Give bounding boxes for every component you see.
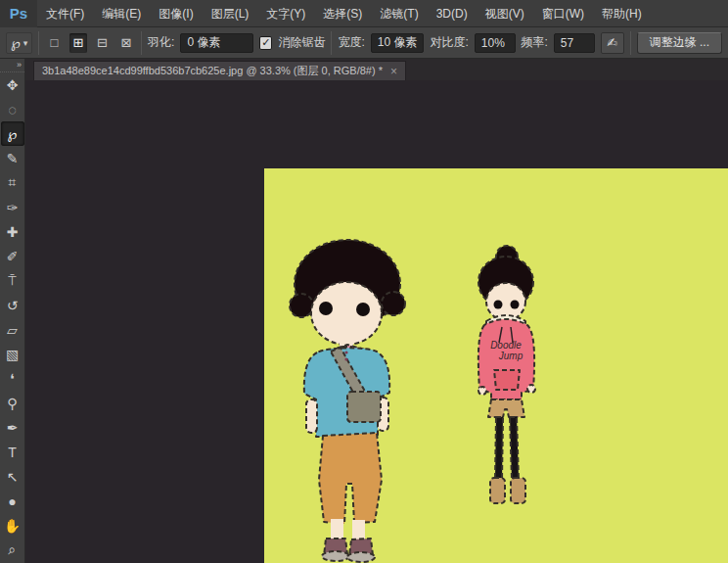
boy-figure — [287, 235, 409, 563]
tool-crop[interactable]: ⌗ — [1, 170, 24, 195]
frequency-input[interactable]: 57 — [554, 33, 595, 53]
menu-item-edit[interactable]: 编辑(E) — [93, 0, 150, 27]
workspace: » ✥ ◌ ℘ ✎ ⌗ ✑ ✚ ✐ ⍑ ↺ ▱ ▧ ❛ ⚲ ✒ T ↖ ● ✋ … — [0, 59, 728, 563]
subtract-from-selection-button[interactable]: ⊟ — [93, 33, 111, 53]
tool-type[interactable]: T — [1, 440, 24, 464]
tool-eyedropper[interactable]: ✑ — [1, 195, 24, 219]
tools-panel: » ✥ ◌ ℘ ✎ ⌗ ✑ ✚ ✐ ⍑ ↺ ▱ ▧ ❛ ⚲ ✒ T ↖ ● ✋ … — [0, 59, 25, 563]
contrast-label: 对比度: — [430, 34, 468, 51]
new-selection-button[interactable]: □ — [45, 33, 63, 53]
anti-alias-label: 消除锯齿 — [278, 34, 325, 51]
close-icon[interactable]: × — [390, 66, 397, 77]
crop-icon: ⌗ — [9, 174, 17, 191]
eyedropper-icon: ✑ — [7, 200, 19, 215]
width-input[interactable]: 10 像素 — [371, 33, 425, 53]
anti-alias-checkbox[interactable]: ✓ — [259, 36, 272, 50]
path-selection-icon: ↖ — [7, 469, 19, 485]
dodge-icon: ⚲ — [7, 396, 17, 411]
divider — [38, 31, 39, 55]
history-brush-icon: ↺ — [7, 298, 19, 313]
hoodie-text-line2: Jump — [498, 351, 523, 361]
tool-spot-healing[interactable]: ✚ — [1, 219, 24, 244]
tool-quick-selection[interactable]: ✎ — [1, 146, 24, 170]
tool-move[interactable]: ✥ — [1, 72, 24, 97]
tool-magnetic-lasso[interactable]: ℘ — [1, 121, 24, 146]
tool-zoom[interactable]: ⌕ — [1, 538, 24, 562]
move-icon: ✥ — [7, 77, 19, 93]
clone-stamp-icon: ⍑ — [8, 272, 16, 289]
girl-figure: Doodle Jump — [470, 243, 548, 517]
pen-icon: ✒ — [7, 420, 19, 436]
subtract-from-selection-icon: ⊟ — [97, 35, 108, 50]
tool-eraser[interactable]: ▱ — [1, 317, 24, 342]
tool-elliptical-marquee[interactable]: ◌ — [1, 97, 24, 121]
photoshop-window: { "menu_bar": { "logo": "Ps", "items": [… — [0, 0, 728, 563]
gradient-icon: ▧ — [6, 347, 19, 362]
divider — [630, 31, 631, 55]
menu-item-file[interactable]: 文件(F) — [37, 0, 93, 27]
divider — [141, 31, 142, 55]
menu-item-image[interactable]: 图像(I) — [150, 0, 202, 27]
healing-brush-icon: ✚ — [7, 224, 19, 240]
zoom-icon: ⌕ — [9, 541, 17, 558]
eraser-icon: ▱ — [7, 322, 18, 338]
tool-history-brush[interactable]: ↺ — [1, 293, 24, 317]
tool-hand[interactable]: ✋ — [1, 513, 24, 538]
contrast-input[interactable]: 10% — [475, 33, 516, 53]
add-to-selection-icon: ⊞ — [73, 35, 84, 50]
divider — [331, 31, 332, 55]
brush-icon: ✐ — [7, 249, 19, 264]
tool-preset-picker[interactable]: ℘ ▾ — [6, 32, 32, 54]
pen-pressure-button[interactable]: ✍ — [601, 32, 624, 54]
menu-item-window[interactable]: 窗口(W) — [533, 0, 593, 27]
collapse-panel-button[interactable]: » — [0, 59, 24, 72]
new-selection-icon: □ — [51, 35, 59, 50]
menu-item-type[interactable]: 文字(Y) — [257, 0, 314, 27]
tool-ellipse-shape[interactable]: ● — [1, 489, 24, 513]
menu-item-select[interactable]: 选择(S) — [314, 0, 371, 27]
feather-label: 羽化: — [148, 34, 174, 51]
menu-item-help[interactable]: 帮助(H) — [593, 0, 651, 27]
type-icon: T — [8, 445, 17, 460]
intersect-selection-icon: ⊠ — [120, 35, 131, 50]
intersect-selection-button[interactable]: ⊠ — [117, 33, 135, 53]
tool-brush[interactable]: ✐ — [1, 244, 24, 268]
quick-selection-icon: ✎ — [7, 151, 19, 166]
tool-blur[interactable]: ❛ — [1, 366, 24, 391]
hoodie-text-line1: Doodle — [490, 340, 522, 351]
hand-icon: ✋ — [4, 518, 21, 534]
lasso-icon: ℘ — [8, 126, 18, 142]
width-label: 宽度: — [338, 34, 364, 51]
document-tab[interactable]: 3b1a48e89ce14cd99ffbd536b7cb625e.jpg @ 3… — [33, 61, 406, 80]
tool-clone-stamp[interactable]: ⍑ — [1, 268, 24, 293]
tool-path-selection[interactable]: ↖ — [1, 464, 24, 489]
marquee-icon: ◌ — [8, 102, 16, 117]
tool-dodge[interactable]: ⚲ — [1, 391, 24, 415]
menu-bar: Ps 文件(F) 编辑(E) 图像(I) 图层(L) 文字(Y) 选择(S) 滤… — [0, 0, 728, 27]
menu-item-3d[interactable]: 3D(D) — [428, 0, 477, 27]
feather-input[interactable]: 0 像素 — [180, 33, 253, 53]
magnetic-lasso-icon: ℘ — [11, 35, 21, 51]
blur-drop-icon: ❛ — [10, 371, 15, 387]
refine-edge-button[interactable]: 调整边缘 ... — [637, 32, 722, 54]
shape-icon: ● — [8, 493, 16, 509]
canvas-area[interactable]: Doodle Jump — [25, 80, 728, 563]
add-to-selection-button[interactable]: ⊞ — [69, 33, 87, 53]
document-tab-title: 3b1a48e89ce14cd99ffbd536b7cb625e.jpg @ 3… — [42, 64, 383, 78]
menu-item-filter[interactable]: 滤镜(T) — [371, 0, 427, 27]
tool-pen[interactable]: ✒ — [1, 415, 24, 440]
menu-item-layer[interactable]: 图层(L) — [203, 0, 258, 27]
pen-pressure-icon: ✍ — [607, 35, 617, 50]
photoshop-logo: Ps — [0, 0, 37, 27]
menu-item-view[interactable]: 视图(V) — [477, 0, 533, 27]
frequency-label: 频率: — [522, 34, 548, 51]
document-tab-bar: 3b1a48e89ce14cd99ffbd536b7cb625e.jpg @ 3… — [25, 59, 728, 80]
chevron-down-icon: ▾ — [23, 38, 28, 48]
options-bar: ℘ ▾ □ ⊞ ⊟ ⊠ 羽化: 0 像素 ✓ 消除锯齿 宽度: 10 像素 对比… — [0, 27, 728, 59]
tool-gradient[interactable]: ▧ — [1, 342, 24, 366]
document-image[interactable]: Doodle Jump — [264, 168, 728, 563]
